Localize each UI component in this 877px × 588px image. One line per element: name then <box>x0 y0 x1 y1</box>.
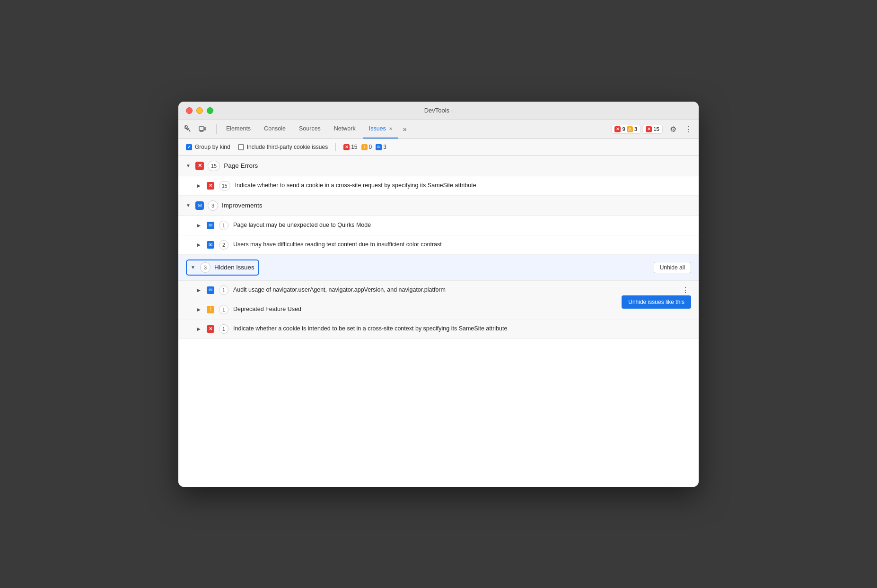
hidden-issues-title: Hidden issues <box>214 264 254 271</box>
toolbar: Elements Console Sources Network Issues … <box>178 120 699 139</box>
issue-chevron: ▶ <box>197 327 202 331</box>
filter-badges: ✕ 15 ! 0 ✉ 3 <box>343 144 386 150</box>
issue-count: 1 <box>219 221 228 230</box>
issue-text: Indicate whether to send a cookie in a c… <box>235 182 691 190</box>
filter-info-icon: ✉ <box>376 144 382 150</box>
svg-rect-2 <box>204 128 206 130</box>
improvements-section[interactable]: ▼ ✉ 3 Improvements <box>178 196 699 216</box>
close-button[interactable] <box>186 107 193 114</box>
minimize-button[interactable] <box>196 107 203 114</box>
toolbar-divider <box>216 124 217 134</box>
device-icon[interactable] <box>196 123 209 135</box>
all-errors-icon: ✕ <box>646 126 652 132</box>
more-options-icon[interactable]: ⋮ <box>682 122 695 136</box>
warning-icon: ⚠ <box>627 126 633 132</box>
errors-badge[interactable]: ✕ 9 ⚠ 3 <box>611 125 640 134</box>
issue-row[interactable]: ▶ ✉ 2 Users may have difficulties readin… <box>178 235 699 255</box>
group-by-kind-checkbox[interactable]: ✓ Group by kind <box>186 144 230 150</box>
filter-error-badge[interactable]: ✕ 15 <box>343 144 357 150</box>
hidden-issues-count: 3 <box>200 262 210 273</box>
unhide-all-button[interactable]: Unhide all <box>654 262 691 273</box>
issue-text: Audit usage of navigator.userAgent, navi… <box>233 286 675 294</box>
tab-issues[interactable]: Issues ✕ <box>363 120 398 138</box>
error-badge-group: ✕ 9 ⚠ 3 ✕ 15 <box>611 125 663 134</box>
issue-error-icon: ✕ <box>207 182 214 190</box>
window-title: DevTools · <box>424 107 453 114</box>
issue-text: Indicate whether a cookie is intended to… <box>233 325 691 333</box>
third-party-checkbox[interactable]: Include third-party cookie issues <box>238 144 328 150</box>
traffic-lights <box>186 107 213 114</box>
issue-info-icon: ✉ <box>207 222 214 229</box>
issue-count: 1 <box>219 285 228 295</box>
issue-menu-icon[interactable]: ⋮ <box>680 284 691 296</box>
tab-network[interactable]: Network <box>328 120 361 138</box>
error-icon: ✕ <box>614 126 621 132</box>
settings-icon[interactable]: ⚙ <box>667 122 680 136</box>
issue-count: 1 <box>219 305 228 314</box>
tab-sources[interactable]: Sources <box>293 120 326 138</box>
improvements-chevron: ▼ <box>186 203 192 208</box>
all-errors-badge[interactable]: ✕ 15 <box>642 125 663 134</box>
third-party-check <box>238 144 244 150</box>
title-bar: DevTools · <box>178 102 699 120</box>
tab-elements[interactable]: Elements <box>220 120 256 138</box>
tab-more-icon[interactable]: » <box>400 120 410 138</box>
issue-text: Users may have difficulties reading text… <box>233 241 691 249</box>
issue-chevron: ▶ <box>197 223 202 228</box>
hidden-issues-outline: ▼ 3 Hidden issues <box>186 259 259 276</box>
filter-bar: ✓ Group by kind Include third-party cook… <box>178 139 699 156</box>
svg-rect-1 <box>199 127 204 130</box>
toolbar-icons <box>182 123 209 135</box>
hidden-issues-wrapper: ▶ ✉ 1 Audit usage of navigator.userAgent… <box>178 281 699 339</box>
page-errors-title: Page Errors <box>224 162 258 169</box>
issue-menu-container: ⋮ Unhide issues like this <box>680 285 691 294</box>
issue-row[interactable]: ▶ ✉ 1 Audit usage of navigator.userAgent… <box>178 281 699 300</box>
page-errors-count: 15 <box>208 161 220 171</box>
issue-chevron: ▶ <box>197 288 202 293</box>
inspect-icon[interactable] <box>182 123 194 135</box>
page-errors-icon: ✕ <box>195 162 204 170</box>
issue-chevron: ▶ <box>197 307 202 312</box>
unhide-tooltip[interactable]: Unhide issues like this <box>622 295 691 309</box>
issue-text: Page layout may be unexpected due to Qui… <box>233 221 691 230</box>
hidden-issues-section[interactable]: ▼ 3 Hidden issues Unhide all <box>178 255 699 281</box>
maximize-button[interactable] <box>207 107 213 114</box>
issue-info-icon: ✉ <box>207 241 214 249</box>
filter-info-badge[interactable]: ✉ 3 <box>376 144 386 150</box>
hidden-issues-chevron: ▼ <box>191 265 196 270</box>
improvements-count: 3 <box>208 200 218 211</box>
tab-console[interactable]: Console <box>258 120 291 138</box>
group-by-kind-check: ✓ <box>186 144 192 150</box>
filter-warning-badge[interactable]: ! 0 <box>361 144 372 150</box>
issue-count: 15 <box>219 181 230 190</box>
filter-divider <box>335 143 336 151</box>
issue-warning-icon: ! <box>207 306 214 313</box>
page-errors-section[interactable]: ▼ ✕ 15 Page Errors <box>178 156 699 176</box>
issue-chevron: ▶ <box>197 183 202 188</box>
issues-content: ▼ ✕ 15 Page Errors ▶ ✕ 15 Indicate wheth… <box>178 156 699 487</box>
page-errors-chevron: ▼ <box>186 163 192 168</box>
issue-info-icon: ✉ <box>207 286 214 294</box>
filter-warning-icon: ! <box>361 144 368 150</box>
issue-chevron: ▶ <box>197 242 202 247</box>
improvements-title: Improvements <box>222 202 263 209</box>
issue-error-icon: ✕ <box>207 325 214 333</box>
devtools-window: DevTools · Elements <box>178 102 699 487</box>
issue-row[interactable]: ▶ ✉ 1 Page layout may be unexpected due … <box>178 216 699 235</box>
issue-count: 2 <box>219 240 228 250</box>
improvements-icon: ✉ <box>195 201 204 210</box>
issue-count: 1 <box>219 324 228 334</box>
filter-error-icon: ✕ <box>343 144 350 150</box>
issue-row[interactable]: ▶ ! 1 Deprecated Feature Used <box>178 300 699 320</box>
issue-row[interactable]: ▶ ✕ 1 Indicate whether a cookie is inten… <box>178 320 699 339</box>
issue-row[interactable]: ▶ ✕ 15 Indicate whether to send a cookie… <box>178 176 699 196</box>
tab-close-icon[interactable]: ✕ <box>389 126 393 131</box>
